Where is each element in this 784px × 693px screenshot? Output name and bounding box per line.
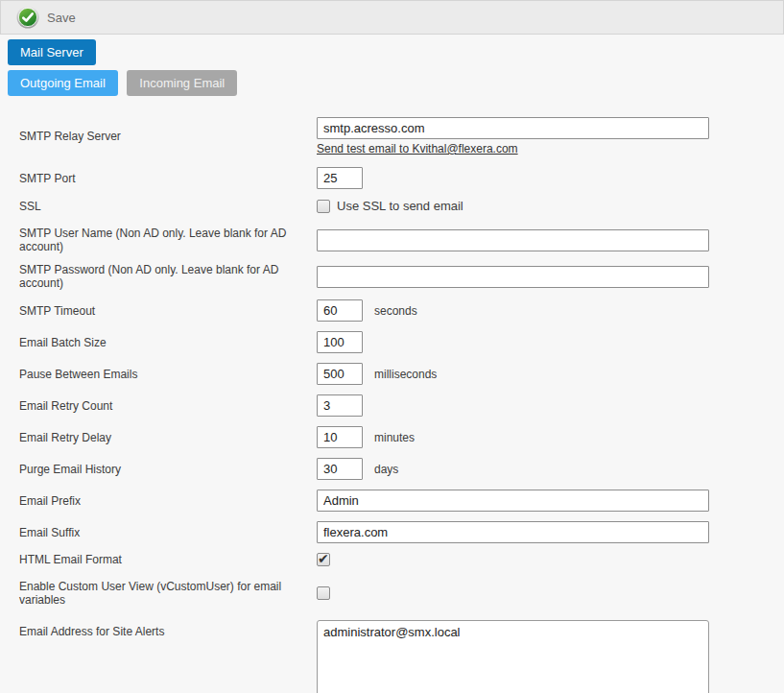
email-batch-size-label: Email Batch Size (19, 336, 317, 349)
ssl-checkbox[interactable] (317, 200, 330, 213)
tab-outgoing-email[interactable]: Outgoing Email (8, 70, 118, 96)
tabs-area: Mail Server Outgoing Email Incoming Emai… (8, 39, 784, 96)
field-smtp-port: SMTP Port (19, 167, 784, 189)
field-ssl: SSL Use SSL to send email (19, 199, 784, 213)
tab-incoming-email[interactable]: Incoming Email (127, 70, 237, 96)
outgoing-email-form: SMTP Relay Server Send test email to Kvi… (19, 117, 784, 693)
email-retry-delay-input[interactable] (317, 426, 363, 448)
smtp-port-label: SMTP Port (19, 172, 317, 185)
field-pause-between-emails: Pause Between Emails milliseconds (19, 363, 784, 385)
pause-between-emails-label: Pause Between Emails (19, 368, 317, 381)
site-alerts-label: Email Address for Site Alerts (19, 620, 317, 638)
smtp-relay-server-input[interactable] (317, 117, 709, 139)
save-button-label: Save (47, 11, 76, 25)
html-email-format-label: HTML Email Format (19, 553, 317, 566)
pause-between-emails-unit: milliseconds (374, 368, 437, 381)
pause-between-emails-input[interactable] (317, 363, 363, 385)
email-batch-size-input[interactable] (317, 331, 363, 353)
field-purge-email-history: Purge Email History days (19, 458, 784, 480)
smtp-username-label: SMTP User Name (Non AD only. Leave blank… (19, 227, 317, 253)
subtabs: Outgoing Email Incoming Email (8, 70, 784, 96)
html-email-format-checkbox[interactable] (317, 553, 330, 566)
email-suffix-input[interactable] (317, 521, 709, 543)
field-html-email-format: HTML Email Format (19, 553, 784, 566)
smtp-port-input[interactable] (317, 167, 363, 189)
email-prefix-label: Email Prefix (19, 494, 317, 508)
tab-mail-server[interactable]: Mail Server (8, 39, 96, 65)
email-retry-count-input[interactable] (317, 394, 363, 417)
email-retry-count-label: Email Retry Count (19, 399, 317, 413)
smtp-timeout-unit: seconds (374, 304, 417, 318)
field-smtp-password: SMTP Password (Non AD only. Leave blank … (19, 263, 784, 290)
custom-user-view-label: Enable Custom User View (vCustomUser) fo… (19, 580, 317, 607)
email-prefix-input[interactable] (317, 490, 709, 512)
smtp-timeout-input[interactable] (317, 299, 363, 322)
field-email-prefix: Email Prefix (19, 490, 784, 512)
field-smtp-relay-server: SMTP Relay Server Send test email to Kvi… (19, 117, 784, 155)
site-alerts-textarea[interactable]: administrator@smx.local (317, 620, 709, 693)
field-email-retry-count: Email Retry Count (19, 394, 784, 417)
purge-email-history-unit: days (374, 463, 398, 476)
purge-email-history-label: Purge Email History (19, 463, 317, 476)
field-smtp-timeout: SMTP Timeout seconds (19, 299, 784, 322)
purge-email-history-input[interactable] (317, 458, 363, 480)
field-email-batch-size: Email Batch Size (19, 331, 784, 353)
field-email-retry-delay: Email Retry Delay minutes (19, 426, 784, 448)
smtp-timeout-label: SMTP Timeout (19, 304, 317, 318)
field-smtp-username: SMTP User Name (Non AD only. Leave blank… (19, 227, 784, 253)
save-check-icon (16, 6, 39, 29)
custom-user-view-checkbox[interactable] (317, 586, 330, 600)
ssl-label: SSL (19, 200, 317, 213)
smtp-password-label: SMTP Password (Non AD only. Leave blank … (19, 263, 317, 290)
ssl-checkbox-label: Use SSL to send email (337, 199, 463, 213)
field-site-alerts: Email Address for Site Alerts administra… (19, 620, 784, 693)
field-email-suffix: Email Suffix (19, 521, 784, 543)
field-custom-user-view: Enable Custom User View (vCustomUser) fo… (19, 580, 784, 607)
email-retry-delay-unit: minutes (374, 431, 415, 444)
smtp-password-input[interactable] (317, 266, 709, 288)
smtp-relay-server-label: SMTP Relay Server (19, 130, 317, 143)
send-test-email-link[interactable]: Send test email to Kvithal@flexera.com (317, 142, 518, 155)
email-suffix-label: Email Suffix (19, 526, 317, 539)
toolbar: Save (0, 0, 784, 35)
save-button[interactable]: Save (16, 6, 76, 29)
smtp-username-input[interactable] (317, 229, 709, 251)
email-retry-delay-label: Email Retry Delay (19, 431, 317, 444)
